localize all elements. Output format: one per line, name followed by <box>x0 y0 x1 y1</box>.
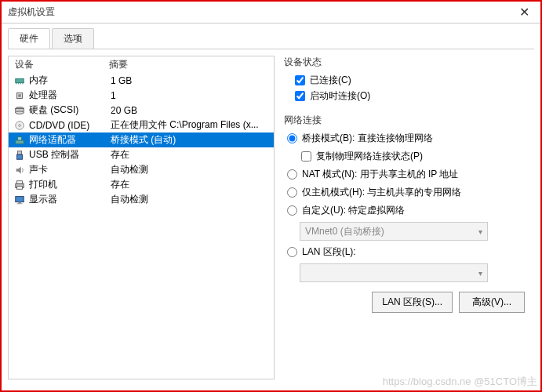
device-summary: 1 GB <box>111 75 269 86</box>
device-row-disk[interactable]: 硬盘 (SCSI)20 GB <box>9 103 274 118</box>
device-name: CD/DVD (IDE) <box>29 120 111 131</box>
device-status-group: 设备状态 已连接(C) 启动时连接(O) <box>284 56 525 103</box>
svg-rect-18 <box>17 186 23 189</box>
lan-segment-button[interactable]: LAN 区段(S)... <box>372 292 453 313</box>
device-name: 内存 <box>29 74 111 87</box>
content: 设备 摘要 内存1 GB处理器1硬盘 (SCSI)20 GBCD/DVD (ID… <box>8 49 534 386</box>
device-row-printer[interactable]: 打印机存在 <box>9 177 274 192</box>
advanced-button[interactable]: 高级(V)... <box>459 292 525 313</box>
printer-icon <box>13 179 26 191</box>
radio-hostonly-input[interactable] <box>287 187 297 198</box>
col-device: 设备 <box>15 58 109 71</box>
device-list: 内存1 GB处理器1硬盘 (SCSI)20 GBCD/DVD (IDE)正在使用… <box>9 73 274 379</box>
custom-dropdown-value: VMnet0 (自动桥接) <box>305 225 384 238</box>
radio-lan[interactable]: LAN 区段(L): <box>287 245 525 259</box>
usb-icon <box>13 149 26 162</box>
checkbox-onstart-input[interactable] <box>295 91 305 101</box>
radio-nat[interactable]: NAT 模式(N): 用于共享主机的 IP 地址 <box>287 168 525 181</box>
titlebar: 虚拟机设置 ✕ <box>2 2 540 24</box>
device-name: 显示器 <box>29 193 111 206</box>
device-row-usb[interactable]: USB 控制器存在 <box>9 147 274 162</box>
list-header: 设备 摘要 <box>9 56 274 73</box>
close-icon[interactable]: ✕ <box>515 5 534 20</box>
device-panel: 设备 摘要 内存1 GB处理器1硬盘 (SCSI)20 GBCD/DVD (ID… <box>8 56 275 379</box>
checkbox-onstart-label: 启动时连接(O) <box>310 89 370 103</box>
network-group: 网络连接 桥接模式(B): 直接连接物理网络 复制物理网络连接状态(P) NAT… <box>284 114 525 313</box>
radio-custom-input[interactable] <box>287 205 297 216</box>
device-summary: 1 <box>111 90 269 101</box>
tab-options[interactable]: 选项 <box>52 28 94 49</box>
radio-bridged-label: 桥接模式(B): 直接连接物理网络 <box>302 132 433 145</box>
disk-icon <box>13 104 26 117</box>
device-summary: 桥接模式 (自动) <box>111 133 269 147</box>
device-row-memory[interactable]: 内存1 GB <box>9 73 274 88</box>
window-title: 虚拟机设置 <box>8 5 515 19</box>
lan-dropdown: ▾ <box>300 263 488 282</box>
memory-icon <box>13 74 26 87</box>
device-summary: 自动检测 <box>111 163 269 176</box>
col-summary: 摘要 <box>109 58 267 71</box>
device-row-cpu[interactable]: 处理器1 <box>9 88 274 103</box>
svg-rect-0 <box>16 78 24 82</box>
cd-icon <box>13 119 26 132</box>
device-row-cd[interactable]: CD/DVD (IDE)正在使用文件 C:\Program Files (x..… <box>9 118 274 132</box>
svg-rect-2 <box>18 82 19 84</box>
tabs: 硬件 选项 <box>2 24 540 49</box>
svg-rect-3 <box>20 82 21 84</box>
radio-lan-input[interactable] <box>287 247 297 257</box>
device-summary: 存在 <box>111 148 269 162</box>
radio-bridged[interactable]: 桥接模式(B): 直接连接物理网络 <box>287 132 525 145</box>
device-name: 处理器 <box>29 89 111 102</box>
chevron-down-icon: ▾ <box>478 227 482 236</box>
net-icon <box>13 134 26 147</box>
svg-rect-1 <box>16 82 17 84</box>
network-title: 网络连接 <box>284 114 525 127</box>
radio-nat-input[interactable] <box>287 169 297 180</box>
device-summary: 自动检测 <box>111 193 269 206</box>
device-row-sound[interactable]: 声卡自动检测 <box>9 162 274 177</box>
device-summary: 存在 <box>111 178 269 191</box>
svg-rect-20 <box>18 201 21 203</box>
checkbox-connected-input[interactable] <box>295 75 305 85</box>
svg-rect-19 <box>16 196 24 201</box>
svg-rect-12 <box>16 140 24 143</box>
right-panel: 设备状态 已连接(C) 启动时连接(O) 网络连接 桥接模式(B): 直接连接物… <box>275 49 534 386</box>
tab-hardware[interactable]: 硬件 <box>8 28 50 49</box>
custom-dropdown: VMnet0 (自动桥接) ▾ <box>300 222 488 241</box>
radio-custom[interactable]: 自定义(U): 特定虚拟网络 <box>287 204 525 217</box>
svg-rect-15 <box>17 154 23 159</box>
radio-bridged-input[interactable] <box>287 133 297 143</box>
device-summary: 20 GB <box>111 105 269 116</box>
device-name: 硬盘 (SCSI) <box>29 103 111 117</box>
checkbox-onstart[interactable]: 启动时连接(O) <box>295 89 525 103</box>
device-summary: 正在使用文件 C:\Program Files (x... <box>111 118 269 132</box>
svg-rect-16 <box>17 180 23 183</box>
device-name: USB 控制器 <box>29 148 111 162</box>
checkbox-replicate[interactable]: 复制物理网络连接状态(P) <box>301 150 525 163</box>
device-row-net[interactable]: 网络适配器桥接模式 (自动) <box>9 132 274 147</box>
svg-rect-14 <box>17 151 21 154</box>
device-status-title: 设备状态 <box>284 56 525 69</box>
button-row: LAN 区段(S)... 高级(V)... <box>284 292 525 313</box>
svg-point-11 <box>19 124 21 126</box>
sound-icon <box>13 164 26 176</box>
radio-lan-label: LAN 区段(L): <box>302 245 356 259</box>
checkbox-connected[interactable]: 已连接(C) <box>295 74 525 87</box>
checkbox-replicate-label: 复制物理网络连接状态(P) <box>316 150 423 163</box>
device-row-display[interactable]: 显示器自动检测 <box>9 192 274 207</box>
cpu-icon <box>13 89 26 102</box>
radio-custom-label: 自定义(U): 特定虚拟网络 <box>302 204 405 217</box>
checkbox-replicate-input[interactable] <box>301 151 311 162</box>
radio-hostonly-label: 仅主机模式(H): 与主机共享的专用网络 <box>302 186 461 199</box>
svg-rect-13 <box>17 136 21 140</box>
chevron-down-icon: ▾ <box>478 269 482 278</box>
svg-rect-21 <box>17 203 23 204</box>
device-name: 打印机 <box>29 178 111 191</box>
display-icon <box>13 194 26 206</box>
device-name: 声卡 <box>29 163 111 176</box>
svg-rect-6 <box>18 94 21 97</box>
radio-nat-label: NAT 模式(N): 用于共享主机的 IP 地址 <box>302 168 458 181</box>
radio-hostonly[interactable]: 仅主机模式(H): 与主机共享的专用网络 <box>287 186 525 199</box>
device-name: 网络适配器 <box>29 133 111 147</box>
checkbox-connected-label: 已连接(C) <box>310 74 351 87</box>
